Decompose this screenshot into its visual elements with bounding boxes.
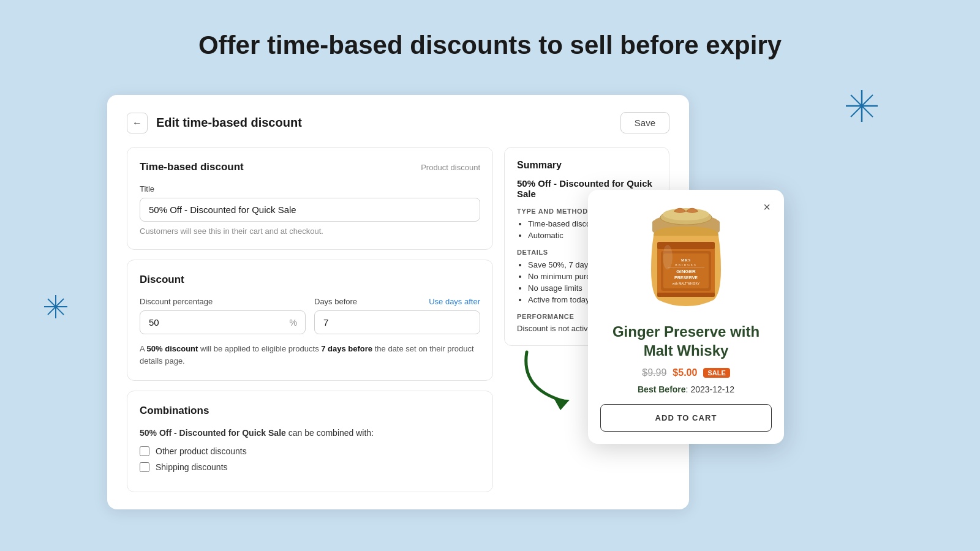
svg-text:with MALT WHISKY: with MALT WHISKY: [673, 282, 700, 285]
other-discounts-label: Other product discounts: [156, 446, 247, 456]
combinations-heading: Combinations: [140, 405, 209, 417]
percentage-input-wrapper: %: [140, 310, 306, 334]
title-section-heading: Time-based discount: [140, 161, 244, 173]
summary-title: Summary: [517, 160, 657, 171]
days-input[interactable]: [314, 310, 480, 334]
product-jar-image: MRS BRIDGES GINGER PRESERVE with MALT WH…: [634, 202, 738, 312]
days-header: Days before Use days after: [314, 297, 480, 306]
percentage-input[interactable]: [140, 310, 306, 334]
combinations-section-card: Combinations 50% Off - Discounted for Qu…: [127, 391, 493, 492]
combo-desc-suffix: can be combined with:: [286, 428, 374, 438]
panel-title: Edit time-based discount: [156, 116, 302, 130]
shipping-discounts-row: Shipping discounts: [140, 462, 480, 472]
discount-bold-days: 7 days before: [321, 344, 372, 353]
discount-bold-percent: 50% discount: [147, 344, 198, 353]
svg-point-24: [663, 245, 673, 269]
svg-text:BRIDGES: BRIDGES: [675, 263, 696, 266]
percentage-field: Discount percentage %: [140, 297, 306, 334]
percentage-label: Discount percentage: [140, 297, 306, 306]
panel-header-left: ← Edit time-based discount: [127, 113, 302, 133]
use-days-after-link[interactable]: Use days after: [429, 297, 480, 306]
discount-note: A 50% discount will be applied to eligib…: [140, 343, 480, 367]
product-image-container: MRS BRIDGES GINGER PRESERVE with MALT WH…: [600, 202, 772, 312]
original-price: $9.99: [642, 367, 666, 378]
sale-price: $5.00: [673, 367, 697, 378]
svg-rect-23: [657, 293, 715, 297]
combo-description: 50% Off - Discounted for Quick Sale can …: [140, 428, 480, 438]
star-left-icon: [43, 294, 69, 320]
discount-section-heading: Discount: [140, 274, 184, 286]
discount-section-header: Discount: [140, 274, 480, 286]
days-field: Days before Use days after: [314, 297, 480, 334]
title-input[interactable]: [140, 198, 480, 222]
svg-text:MRS: MRS: [681, 258, 691, 262]
svg-text:PRESERVE: PRESERVE: [674, 276, 698, 280]
panel-header: ← Edit time-based discount Save: [127, 112, 669, 133]
title-field-hint: Customers will see this in their cart an…: [140, 227, 480, 236]
add-to-cart-button[interactable]: ADD TO CART: [600, 404, 772, 432]
days-label: Days before: [314, 297, 357, 306]
left-column: Time-based discount Product discount Tit…: [127, 147, 493, 492]
save-button[interactable]: Save: [620, 112, 669, 133]
best-before: Best Before: 2023-12-12: [600, 384, 772, 394]
combo-discount-name: 50% Off - Discounted for Quick Sale: [140, 428, 286, 438]
combinations-section-header: Combinations: [140, 405, 480, 417]
product-discount-badge: Product discount: [421, 163, 480, 172]
other-product-discounts-checkbox[interactable]: [140, 446, 149, 456]
page-title: Offer time-based discounts to sell befor…: [0, 0, 980, 78]
star-right-icon: [845, 89, 879, 123]
title-section-header: Time-based discount Product discount: [140, 161, 480, 173]
shipping-discounts-checkbox[interactable]: [140, 462, 149, 472]
product-name: Ginger Preserve with Malt Whisky: [600, 322, 772, 360]
percent-suffix: %: [290, 318, 297, 328]
svg-text:GINGER: GINGER: [676, 269, 696, 274]
other-discounts-row: Other product discounts: [140, 446, 480, 456]
price-row: $9.99 $5.00 SALE: [600, 367, 772, 378]
discount-section-card: Discount Discount percentage % Days befo…: [127, 260, 493, 381]
back-button[interactable]: ←: [127, 113, 148, 133]
product-popup: × MRS BRIDGES: [588, 190, 784, 444]
title-field-label: Title: [140, 184, 480, 193]
discount-row: Discount percentage % Days before Use da…: [140, 297, 480, 334]
shipping-discounts-label: Shipping discounts: [156, 462, 228, 472]
best-before-label: Best Before: [638, 384, 686, 394]
best-before-value: 2023-12-12: [690, 384, 734, 394]
svg-point-12: [663, 208, 709, 220]
sale-badge: SALE: [703, 368, 729, 378]
title-section-card: Time-based discount Product discount Tit…: [127, 147, 493, 250]
popup-close-button[interactable]: ×: [758, 198, 775, 216]
